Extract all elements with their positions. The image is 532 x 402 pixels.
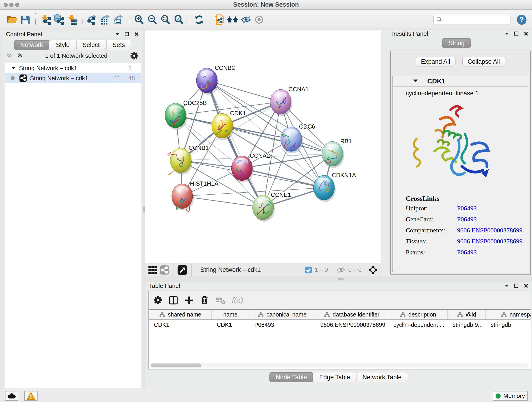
network-node-ccne1[interactable]: CCNE1 xyxy=(253,191,291,222)
panel-float-icon[interactable] xyxy=(514,283,519,288)
table-row[interactable]: CDK1CDK1P064939606.ENSP00000378699cyclin… xyxy=(149,320,531,330)
table-cell[interactable]: P06493 xyxy=(249,320,315,330)
panel-close-icon[interactable] xyxy=(523,283,529,288)
tab-sets[interactable]: Sets xyxy=(106,40,131,50)
crosslink-link[interactable]: P06493 xyxy=(457,249,477,256)
column-header-namespace[interactable]: namespace xyxy=(486,310,531,319)
panel-collapse-icon[interactable] xyxy=(114,32,120,37)
birds-eye-view-icon[interactable] xyxy=(177,265,187,275)
collapse-all-networks-icon[interactable] xyxy=(6,53,12,58)
save-session-button[interactable] xyxy=(19,13,32,27)
memory-button[interactable]: Memory xyxy=(493,391,528,401)
network-node-cdc6[interactable]: CDC6 xyxy=(281,123,315,153)
column-header-canonical-name[interactable]: canonical name xyxy=(249,310,315,319)
network-node-cdkn1a[interactable]: CDKN1A xyxy=(313,172,356,202)
cloud-status-button[interactable] xyxy=(5,391,18,401)
export-table-button[interactable] xyxy=(99,13,112,27)
expand-all-networks-icon[interactable] xyxy=(17,53,23,58)
panel-close-icon[interactable] xyxy=(134,32,139,37)
tab-style[interactable]: Style xyxy=(50,40,76,50)
search-input[interactable] xyxy=(443,16,507,23)
network-edge[interactable] xyxy=(222,126,332,154)
column-header-description[interactable]: description xyxy=(388,310,448,319)
string-homes-button[interactable] xyxy=(226,13,239,27)
section-collapse-icon[interactable] xyxy=(413,78,418,84)
toolbar-separator xyxy=(209,13,209,26)
export-network-button[interactable] xyxy=(86,13,99,27)
network-node-rb1[interactable]: RB1 xyxy=(322,138,352,168)
add-column-icon[interactable] xyxy=(184,295,194,305)
panel-close-icon[interactable] xyxy=(523,31,529,36)
tab-network[interactable]: Network xyxy=(14,40,49,50)
table-cell[interactable]: 9606.ENSP00000378699 xyxy=(315,320,388,330)
tab-network-table[interactable]: Network Table xyxy=(356,372,408,382)
panel-float-icon[interactable] xyxy=(124,32,130,37)
crosslink-link[interactable]: 9606.ENSP00000378699 xyxy=(457,238,522,245)
zoom-fit-button[interactable] xyxy=(159,13,172,27)
network-canvas[interactable]: CCNB2 CCNA1 CDC25B CDK1 CDC6 RB1 CCNB1 xyxy=(145,30,381,263)
zoom-in-button[interactable] xyxy=(133,13,146,27)
show-columns-icon[interactable] xyxy=(169,295,178,305)
network-options-gear-icon[interactable] xyxy=(130,51,139,60)
import-table-button[interactable] xyxy=(65,13,79,27)
table-cell[interactable]: CDK1 xyxy=(149,320,212,330)
show-all-button[interactable] xyxy=(253,13,266,27)
zoom-out-button[interactable] xyxy=(146,13,159,27)
network-row[interactable]: String Network – cdk1 11 48 xyxy=(5,73,141,83)
panel-float-icon[interactable] xyxy=(514,31,519,36)
column-header-name[interactable]: name xyxy=(212,310,249,319)
help-button[interactable]: ? xyxy=(517,15,526,25)
crosslink-link[interactable]: P06493 xyxy=(457,216,477,223)
column-header--id[interactable]: @id xyxy=(448,310,486,319)
table-settings-gear-icon[interactable] xyxy=(153,295,163,305)
network-edge[interactable] xyxy=(182,196,263,207)
network-node-cdk1[interactable]: CDK1 xyxy=(212,110,246,140)
vertical-splitter[interactable] xyxy=(143,30,145,389)
zoom-selected-button[interactable] xyxy=(172,13,186,27)
column-header-shared-name[interactable]: shared name xyxy=(149,310,212,319)
network-node-cdc25b[interactable]: CDC25B xyxy=(165,99,207,130)
panel-collapse-icon[interactable] xyxy=(504,31,510,36)
network-collection-row[interactable]: String Network – cdk1 1 xyxy=(5,63,141,73)
selected-nodes-checkbox-icon[interactable] xyxy=(305,267,312,274)
column-header-database-identifier[interactable]: database identifier xyxy=(315,310,388,319)
network-edge[interactable] xyxy=(207,80,263,207)
splitter-handle[interactable] xyxy=(143,206,145,212)
scrollbar-thumb[interactable] xyxy=(151,364,201,367)
network-node-hist1h1a[interactable]: HIST1H1A xyxy=(172,180,219,211)
tree-expand-icon[interactable] xyxy=(11,65,16,70)
splitter-handle[interactable] xyxy=(338,278,344,280)
hide-selected-button[interactable] xyxy=(239,13,253,27)
tab-node-table[interactable]: Node Table xyxy=(269,372,313,382)
tab-select[interactable]: Select xyxy=(76,40,106,50)
clone-network-button[interactable] xyxy=(213,13,226,27)
refresh-layout-button[interactable] xyxy=(192,13,206,27)
import-database-button[interactable] xyxy=(52,13,65,27)
show-all-icon xyxy=(254,15,264,25)
network-node-ccnb2[interactable]: CCNB2 xyxy=(196,64,235,95)
warnings-button[interactable] xyxy=(24,391,38,401)
table-cell[interactable]: cyclin–dependent ... xyxy=(388,320,448,330)
open-session-button[interactable] xyxy=(6,13,19,27)
import-network-button[interactable] xyxy=(39,13,52,27)
table-cell[interactable]: stringdb:9... xyxy=(448,320,486,330)
grid-view-icon[interactable] xyxy=(148,265,157,274)
search-box[interactable] xyxy=(433,15,510,25)
export-image-button[interactable] xyxy=(112,13,126,27)
horizontal-splitter[interactable] xyxy=(145,276,532,282)
collapse-all-button[interactable]: Collapse All xyxy=(462,57,505,66)
tab-edge-table[interactable]: Edge Table xyxy=(313,372,356,382)
network-node-ccna1[interactable]: CCNA1 xyxy=(270,86,309,116)
crosslink-link[interactable]: 9606.ENSP00000378699 xyxy=(457,227,522,234)
tab-string[interactable]: String xyxy=(442,38,471,48)
expand-all-button[interactable]: Expand All xyxy=(416,57,456,66)
fit-selected-crosshair-icon[interactable] xyxy=(368,265,378,275)
network-edge[interactable] xyxy=(242,168,324,188)
table-cell[interactable]: stringdb xyxy=(486,320,531,330)
table-horizontal-scrollbar[interactable] xyxy=(150,363,529,368)
delete-column-icon[interactable] xyxy=(200,295,209,305)
crosslink-link[interactable]: P06493 xyxy=(457,205,477,212)
network-list-view-icon[interactable] xyxy=(160,265,169,274)
panel-collapse-icon[interactable] xyxy=(504,283,510,288)
table-cell[interactable]: CDK1 xyxy=(212,320,249,330)
